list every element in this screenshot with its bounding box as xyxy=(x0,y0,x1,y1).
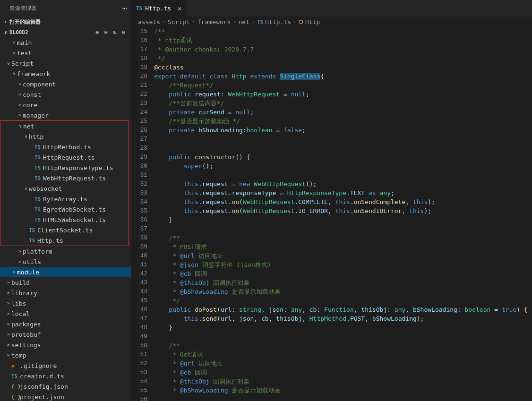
folder-item[interactable]: >packages xyxy=(0,319,131,329)
file-item[interactable]: >TSHttpRequest.ts xyxy=(0,152,129,162)
code-line[interactable]: public constructor() { xyxy=(154,153,532,162)
code-line[interactable]: /**是否显示加载动画 */ xyxy=(154,117,532,126)
file-item[interactable]: >TSByteArray.ts xyxy=(0,194,129,204)
folder-item[interactable]: >core xyxy=(0,100,131,110)
tree-item-label: temp xyxy=(11,352,26,359)
crumb[interactable]: assets xyxy=(138,18,160,26)
code-line[interactable]: */ xyxy=(154,54,532,63)
code-line[interactable]: private curSend = null; xyxy=(154,108,532,117)
crumb[interactable]: Http xyxy=(305,18,320,26)
tree-item-label: packages xyxy=(11,321,41,328)
folder-item[interactable]: >settings xyxy=(0,340,131,350)
code-line[interactable]: * @cb 回调 xyxy=(154,269,532,278)
code-line[interactable] xyxy=(154,171,532,179)
new-file-icon[interactable]: ⊕ xyxy=(96,29,99,35)
folder-item[interactable]: >const xyxy=(0,89,131,100)
folder-item[interactable]: >module xyxy=(0,267,131,277)
code-line[interactable]: this.request = new WebHttpRequest(); xyxy=(154,179,532,188)
code-line[interactable]: private bShowLoading:boolean = false; xyxy=(154,126,532,135)
code-line[interactable]: /** xyxy=(154,341,532,350)
file-item[interactable]: >TSHttpMethod.ts xyxy=(0,142,129,152)
code-line[interactable]: * POST请求 xyxy=(154,242,532,251)
refresh-icon[interactable]: ↻ xyxy=(113,29,117,35)
collapse-icon[interactable]: ⊟ xyxy=(122,29,125,35)
code-line[interactable]: @ccclass xyxy=(154,63,532,72)
folder-item[interactable]: >test xyxy=(0,48,131,58)
code-line[interactable]: * @thisObj 回调执行对象 xyxy=(154,377,532,386)
code-line[interactable]: * @bShowLoading 是否显示加载动画 xyxy=(154,287,532,296)
line-number: 54 xyxy=(131,377,147,386)
code-line[interactable]: /**Request*/ xyxy=(154,81,532,90)
tree-item-label: project.json xyxy=(20,393,64,401)
file-item[interactable]: >TSHTML5Websocket.ts xyxy=(0,214,129,225)
folder-item[interactable]: >component xyxy=(0,79,131,89)
crumb[interactable]: Script xyxy=(168,18,190,26)
code-line[interactable]: } xyxy=(154,323,532,332)
code-line[interactable]: this.send(url, json, cb, thisObj, HttpMe… xyxy=(154,314,532,323)
code-line[interactable]: * http通讯 xyxy=(154,36,532,45)
code-line[interactable] xyxy=(154,144,532,153)
code-line[interactable]: * Get请求 xyxy=(154,350,532,359)
file-item[interactable]: >{ }project.json xyxy=(0,392,131,401)
folder-item[interactable]: >platform xyxy=(0,246,131,256)
code-content[interactable]: /** * http通讯 * @author chenkai 2020.7.7 … xyxy=(154,27,532,401)
folder-item[interactable]: >manager xyxy=(0,110,131,120)
file-item[interactable]: >TSHttp.ts xyxy=(0,235,129,246)
chevron-right-icon: > xyxy=(17,249,23,254)
new-folder-icon[interactable]: ⊞ xyxy=(104,29,108,35)
code-line[interactable]: * @bShowLoading 是否显示加载动画 xyxy=(154,386,532,395)
code-line[interactable]: /** xyxy=(154,27,532,36)
code-line[interactable]: * @author chenkai 2020.7.7 xyxy=(154,45,532,54)
code-line[interactable]: * @url 访问地址 xyxy=(154,359,532,368)
crumb[interactable]: net xyxy=(238,18,249,26)
file-item[interactable]: >TSClientSocket.ts xyxy=(0,225,129,235)
folder-item[interactable]: ∨websocket xyxy=(0,183,129,194)
project-section-header[interactable]: ∨ BLOOD2 ⊕ ⊞ ↻ ⊟ xyxy=(0,27,131,37)
file-item[interactable]: >◈.gitignore xyxy=(0,360,131,371)
code-editor[interactable]: 1516171819202122232425262728293031323334… xyxy=(131,27,532,401)
folder-item[interactable]: ∨framework xyxy=(0,68,131,79)
folder-item[interactable]: >utils xyxy=(0,256,131,267)
crumb[interactable]: Http.ts xyxy=(265,18,291,26)
code-line[interactable]: /** xyxy=(154,233,532,242)
folder-item[interactable]: ∨net xyxy=(0,121,129,131)
more-icon[interactable]: ⋯ xyxy=(122,4,127,13)
folder-item[interactable]: >local xyxy=(0,308,131,319)
code-line[interactable]: * @json 消息字符串 (json格式) xyxy=(154,260,532,269)
code-line[interactable]: */ xyxy=(154,296,532,305)
code-line[interactable]: * @cb 回调 xyxy=(154,368,532,377)
file-item[interactable]: >{ }jsconfig.json xyxy=(0,381,131,392)
folder-item[interactable]: >main xyxy=(0,37,131,48)
folder-item[interactable]: >protobuf xyxy=(0,329,131,340)
folder-item[interactable]: >build xyxy=(0,277,131,288)
folder-item[interactable]: >libs xyxy=(0,298,131,308)
code-line[interactable]: public request: WebHttpRequest = null; xyxy=(154,90,532,99)
open-editors-section[interactable]: › 打开的编辑器 xyxy=(0,17,131,27)
code-line[interactable]: /**当前发送内容*/ xyxy=(154,99,532,108)
code-line[interactable]: export default class Http extends Single… xyxy=(154,72,532,81)
file-item[interactable]: >TSHttpResponseType.ts xyxy=(0,162,129,173)
close-icon[interactable]: × xyxy=(178,5,181,12)
code-line[interactable] xyxy=(154,332,532,341)
code-line[interactable]: * @url 访问地址 xyxy=(154,251,532,260)
folder-item[interactable]: ∨Script xyxy=(0,58,131,68)
folder-item[interactable]: ∨http xyxy=(0,131,129,142)
file-item[interactable]: >TSWebHttpRequest.ts xyxy=(0,173,129,183)
code-line[interactable] xyxy=(154,135,532,144)
code-line[interactable]: this.request.responseType = HttpResponse… xyxy=(154,188,532,197)
folder-item[interactable]: >library xyxy=(0,288,131,298)
explorer-actions: ⊕ ⊞ ↻ ⊟ xyxy=(96,29,129,35)
folder-item[interactable]: >temp xyxy=(0,350,131,360)
code-line[interactable]: * @thisObj 回调执行对象 xyxy=(154,278,532,287)
breadcrumbs[interactable]: assets› Script› framework› net› TSHttp.t… xyxy=(131,17,532,27)
code-line[interactable]: this.request.on(WebHttpRequest.IO_ERROR,… xyxy=(154,206,532,215)
tab-http-ts[interactable]: TS Http.ts × xyxy=(131,0,187,17)
code-line[interactable]: super(); xyxy=(154,162,532,171)
code-line[interactable]: this.request.on(WebHttpRequest.COMPLETE,… xyxy=(154,197,532,206)
code-line[interactable]: } xyxy=(154,215,532,224)
file-item[interactable]: >TScreator.d.ts xyxy=(0,371,131,381)
code-line[interactable] xyxy=(154,224,532,233)
file-item[interactable]: >TSEgretWebSocket.ts xyxy=(0,204,129,214)
code-line[interactable]: public doPost(url: string, json: any, cb… xyxy=(154,305,532,314)
crumb[interactable]: framework xyxy=(197,18,231,26)
